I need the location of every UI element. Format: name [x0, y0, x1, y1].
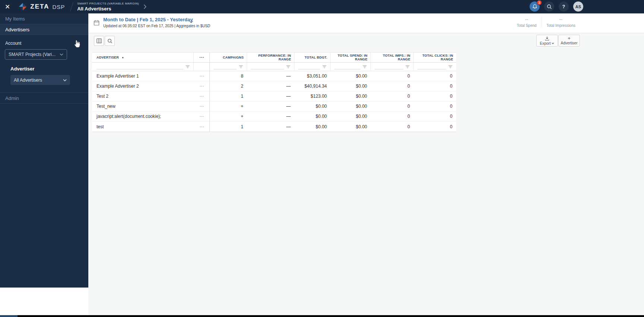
- column-header-total-budget[interactable]: TOTAL BDGT.: [294, 53, 331, 62]
- row-actions-button[interactable]: ⋯: [194, 71, 210, 81]
- search-icon: [547, 4, 552, 9]
- account-select-value: SMART Projects (Vari...: [9, 52, 56, 57]
- filter-campaigns[interactable]: [210, 63, 247, 71]
- filter-actions-spacer: [194, 63, 210, 71]
- chevron-down-icon: [63, 79, 67, 81]
- row-actions-button[interactable]: ⋯: [194, 81, 210, 91]
- advertiser-name[interactable]: Test 2: [92, 91, 194, 101]
- chevron-down-icon: [552, 43, 554, 44]
- sidebar-item-my-items[interactable]: My Items: [0, 13, 88, 24]
- column-header-advertiser-label: ADVERTISER: [97, 56, 119, 59]
- total-budget-cell: $0.00: [294, 112, 331, 121]
- search-icon: [107, 38, 113, 44]
- table-row: Test_new ⋯ + — $0.00 $0.00 0 0: [92, 101, 456, 112]
- column-header-total-clicks[interactable]: TOTAL CLICKS: IN RANGE: [414, 53, 456, 62]
- filter-icon: [239, 65, 243, 69]
- export-button[interactable]: Export: [536, 35, 558, 47]
- breadcrumb[interactable]: SMART PROJECTS (VARIABLE MARGIN) All Adv…: [77, 2, 139, 12]
- campaigns-cell[interactable]: 2: [210, 81, 247, 91]
- total-spend-cell: $0.00: [331, 81, 371, 91]
- filter-total-budget[interactable]: [294, 63, 331, 71]
- sidebar-item-advertisers[interactable]: Advertisers: [0, 24, 88, 35]
- account-select[interactable]: SMART Projects (Vari...: [5, 49, 67, 60]
- date-range-text: Month to Date | Feb 1, 2025 - Yesterday: [103, 17, 210, 22]
- help-button[interactable]: ?: [559, 1, 569, 12]
- row-actions-button[interactable]: ⋯: [194, 122, 210, 132]
- global-search-button[interactable]: [544, 1, 554, 12]
- advertiser-name[interactable]: test: [92, 122, 194, 132]
- bottom-bar: [0, 315, 644, 317]
- total-clicks-cell: 0: [414, 122, 456, 132]
- close-icon[interactable]: ✕: [5, 4, 10, 10]
- notifications-button[interactable]: 3: [530, 1, 540, 12]
- avatar[interactable]: AS: [573, 1, 583, 12]
- advertiser-name[interactable]: javacript:alert(document.cookie);: [92, 112, 194, 121]
- row-actions-button[interactable]: ⋯: [194, 112, 210, 121]
- brand[interactable]: ZETA DSP: [18, 2, 65, 11]
- total-spend-cell: $0.00: [331, 91, 371, 101]
- total-clicks-cell: 0: [414, 91, 456, 101]
- campaigns-cell[interactable]: 8: [210, 71, 247, 81]
- chevron-right-icon[interactable]: [143, 4, 146, 9]
- add-advertiser-button[interactable]: + Advertiser: [558, 35, 580, 47]
- advertiser-name[interactable]: Example Advertiser 2: [92, 81, 194, 91]
- total-budget-cell: $123.00: [294, 91, 331, 101]
- table-search-button[interactable]: [105, 36, 115, 46]
- column-header-total-imps[interactable]: TOTAL IMPS.: IN RANGE: [371, 53, 414, 62]
- advertiser-select[interactable]: All Advertisers: [10, 75, 70, 85]
- filter-total-spend[interactable]: [331, 63, 371, 71]
- total-imps-cell: 0: [371, 101, 414, 111]
- column-settings-button[interactable]: [94, 36, 104, 46]
- total-imps-cell: 0: [371, 81, 414, 91]
- total-clicks-cell: 0: [414, 101, 456, 111]
- advertiser-name[interactable]: Test_new: [92, 101, 194, 111]
- account-label: Account: [5, 41, 88, 46]
- campaigns-cell[interactable]: 1: [210, 122, 247, 132]
- total-spend-value: --: [516, 17, 537, 22]
- row-actions-button[interactable]: ⋯: [194, 101, 210, 111]
- row-actions-button[interactable]: ⋯: [194, 91, 210, 101]
- advertiser-select-value: All Advertisers: [14, 78, 42, 83]
- filter-icon: [286, 65, 290, 69]
- total-budget-cell: $40,914.34: [294, 81, 331, 91]
- total-impressions-stat: -- Total Impressions: [542, 17, 580, 28]
- total-clicks-cell: 0: [414, 81, 456, 91]
- sidebar-item-admin[interactable]: Admin: [0, 93, 88, 104]
- campaigns-cell[interactable]: 1: [210, 91, 247, 101]
- performance-cell: —: [247, 91, 294, 101]
- advertiser-name[interactable]: Example Advertiser 1: [92, 71, 194, 81]
- column-header-campaigns[interactable]: CAMPAIGNS: [210, 53, 247, 62]
- column-header-advertiser[interactable]: ADVERTISER ▲: [92, 53, 194, 62]
- column-header-actions[interactable]: ⋯: [194, 53, 210, 62]
- filter-advertiser[interactable]: [92, 63, 194, 71]
- export-label: Export: [540, 41, 551, 45]
- brand-primary-text: ZETA: [30, 3, 49, 10]
- total-impressions-value: --: [546, 17, 575, 22]
- table-row: Test 2 ⋯ 1 — $123.00 $0.00 0 0: [92, 91, 456, 101]
- campaigns-cell[interactable]: +: [210, 101, 247, 111]
- performance-cell: —: [247, 81, 294, 91]
- date-header: Month to Date | Feb 1, 2025 - Yesterday …: [88, 13, 644, 33]
- date-range-selector[interactable]: Month to Date | Feb 1, 2025 - Yesterday …: [103, 17, 210, 28]
- filter-total-imps[interactable]: [371, 63, 414, 71]
- total-spend-cell: $0.00: [331, 112, 371, 121]
- breadcrumb-current: All Advertisers: [77, 6, 139, 12]
- calendar-icon: [94, 20, 100, 26]
- total-imps-cell: 0: [371, 112, 414, 121]
- main-content: Month to Date | Feb 1, 2025 - Yesterday …: [88, 13, 644, 315]
- filter-total-clicks[interactable]: [414, 63, 456, 71]
- summary-stats: -- Total Spend -- Total Impressions: [512, 17, 580, 28]
- column-header-total-spend[interactable]: TOTAL SPEND: IN RANGE: [331, 53, 371, 62]
- chevron-down-icon[interactable]: [189, 21, 193, 23]
- total-imps-cell: 0: [371, 122, 414, 132]
- total-clicks-cell: 0: [414, 71, 456, 81]
- total-clicks-cell: 0: [414, 112, 456, 121]
- filter-performance[interactable]: [247, 63, 294, 71]
- total-spend-cell: $0.00: [331, 71, 371, 81]
- total-budget-cell: $0.00: [294, 101, 331, 111]
- table-row: Example Advertiser 1 ⋯ 8 — $3,051.00 $0.…: [92, 71, 456, 81]
- add-advertiser-label: Advertiser: [561, 41, 577, 45]
- column-header-performance[interactable]: PERFORMANCE: IN RANGE: [247, 53, 294, 62]
- campaigns-cell[interactable]: +: [210, 112, 247, 121]
- chevron-down-icon: [60, 53, 63, 56]
